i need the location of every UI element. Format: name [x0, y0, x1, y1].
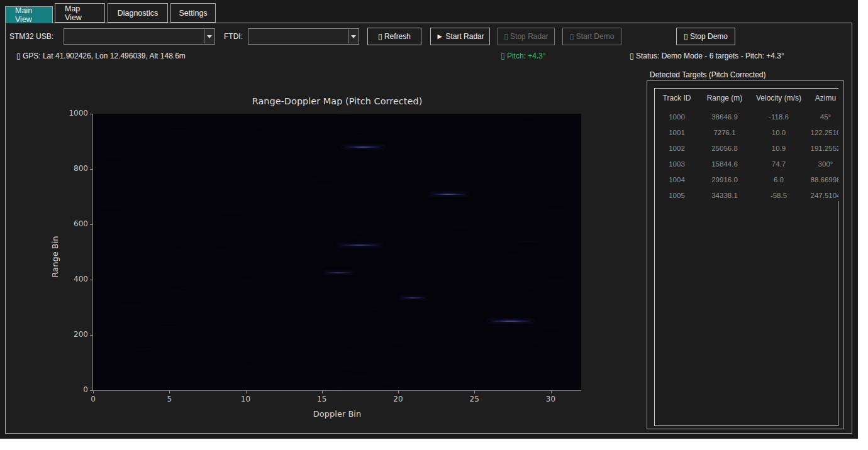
table-cell[interactable]: 88.66998: [807, 172, 838, 187]
noise-speck: [202, 308, 219, 309]
table-cell[interactable]: 45°: [807, 109, 838, 124]
table-cell[interactable]: -58.5: [750, 187, 807, 203]
table-cell[interactable]: 1005: [655, 187, 699, 203]
noise-speck: [355, 232, 367, 233]
tab-main-view[interactable]: Main View: [5, 6, 53, 23]
y-tick-mark: [90, 114, 92, 114]
tab-diagnostics[interactable]: Diagnostics: [108, 3, 168, 23]
ftdi-select[interactable]: [248, 28, 359, 45]
noise-speck: [250, 149, 272, 150]
table-cell[interactable]: 122.2510: [807, 124, 838, 140]
noise-speck: [483, 353, 504, 354]
noise-speck: [221, 211, 243, 212]
plot-title: Range-Doppler Map (Pitch Corrected): [93, 96, 581, 106]
table-scrollbar[interactable]: [838, 201, 839, 425]
table-cell[interactable]: 191.2552: [807, 140, 838, 156]
noise-speck: [462, 380, 468, 381]
column-header-velocity-m-s[interactable]: Velocity (m/s): [750, 89, 807, 107]
noise-speck: [211, 207, 222, 208]
y-tick-mark: [90, 224, 92, 225]
table-cell[interactable]: 6.0: [750, 172, 807, 187]
noise-speck: [264, 375, 270, 376]
table-cell[interactable]: 247.5104: [807, 187, 838, 203]
stm32-usb-select[interactable]: [64, 28, 215, 45]
noise-speck: [340, 247, 361, 248]
noise-speck: [408, 232, 417, 233]
noise-speck: [352, 238, 359, 238]
noise-speck: [507, 160, 526, 160]
x-tick-label: 5: [167, 395, 172, 403]
x-tick-label: 0: [91, 395, 96, 403]
noise-speck: [146, 163, 166, 164]
table-cell[interactable]: 34338.1: [699, 187, 750, 203]
tab-settings[interactable]: Settings: [170, 3, 216, 23]
noise-speck: [370, 309, 381, 309]
table-cell[interactable]: -118.6: [750, 109, 807, 124]
noise-speck: [449, 226, 469, 227]
noise-speck: [198, 340, 218, 341]
table-cell[interactable]: 38646.9: [699, 109, 750, 124]
table-cell[interactable]: 1001: [655, 124, 699, 140]
stop-radar-button: ▯ Stop Radar: [498, 28, 555, 45]
noise-speck: [399, 121, 405, 122]
refresh-button[interactable]: ▯ Refresh: [367, 28, 421, 45]
noise-speck: [154, 370, 168, 371]
noise-speck: [482, 175, 492, 175]
y-tick-label: 0: [55, 385, 88, 394]
column-header-azimu[interactable]: Azimu: [807, 89, 838, 107]
stm32-dropdown-arrow-icon[interactable]: [204, 30, 214, 43]
noise-speck: [147, 283, 170, 283]
noise-speck: [514, 298, 525, 299]
x-tick-mark: [398, 391, 399, 393]
noise-speck: [177, 149, 201, 150]
y-tick-label: 200: [55, 330, 88, 339]
targets-table[interactable]: Track IDRange (m)Velocity (m/s)Azimu1000…: [654, 88, 838, 426]
table-cell[interactable]: 25056.8: [699, 140, 750, 156]
table-cell[interactable]: 1000: [655, 109, 699, 124]
y-tick-label: 400: [55, 275, 88, 283]
noise-speck: [191, 240, 203, 241]
table-cell[interactable]: 29916.0: [699, 172, 750, 187]
column-header-range-m[interactable]: Range (m): [699, 89, 750, 107]
x-tick-mark: [551, 391, 552, 393]
table-cell[interactable]: 10.9: [750, 140, 807, 156]
noise-speck: [311, 339, 330, 340]
noise-speck: [263, 381, 281, 381]
noise-speck: [243, 366, 255, 367]
table-cell[interactable]: 74.7: [750, 156, 807, 172]
noise-speck: [242, 281, 254, 282]
noise-speck: [175, 186, 192, 187]
ftdi-dropdown-arrow-icon[interactable]: [348, 30, 358, 43]
noise-speck: [236, 233, 252, 233]
table-cell[interactable]: 15844.6: [699, 156, 750, 172]
targets-group-box: Track IDRange (m)Velocity (m/s)Azimu1000…: [647, 80, 844, 429]
noise-speck: [530, 241, 543, 242]
table-cell[interactable]: 1004: [655, 172, 699, 187]
start-radar-button[interactable]: ► Start Radar: [430, 28, 490, 45]
noise-speck: [245, 168, 260, 168]
target-streak: [342, 146, 384, 148]
stop-demo-button[interactable]: ▯ Stop Demo: [676, 28, 735, 45]
noise-speck: [323, 283, 342, 284]
noise-speck: [314, 185, 335, 185]
noise-speck: [350, 128, 357, 128]
x-tick-label: 15: [317, 395, 326, 403]
noise-speck: [170, 291, 189, 292]
table-cell[interactable]: 1002: [655, 140, 699, 156]
noise-speck: [120, 306, 141, 307]
table-cell[interactable]: 1003: [655, 156, 699, 172]
tab-map-view[interactable]: Map View: [55, 3, 105, 23]
table-cell[interactable]: 7276.1: [699, 124, 750, 140]
noise-speck: [542, 342, 555, 343]
noise-speck: [132, 240, 146, 241]
noise-speck: [343, 351, 353, 352]
noise-speck: [521, 379, 540, 380]
noise-speck: [126, 308, 148, 309]
table-cell[interactable]: 10.0: [750, 124, 807, 140]
column-header-track-id[interactable]: Track ID: [655, 89, 699, 107]
noise-speck: [430, 224, 447, 225]
table-cell[interactable]: 300°: [807, 156, 838, 172]
noise-speck: [511, 322, 526, 323]
noise-speck: [338, 367, 354, 368]
y-tick-label: 600: [55, 219, 88, 228]
